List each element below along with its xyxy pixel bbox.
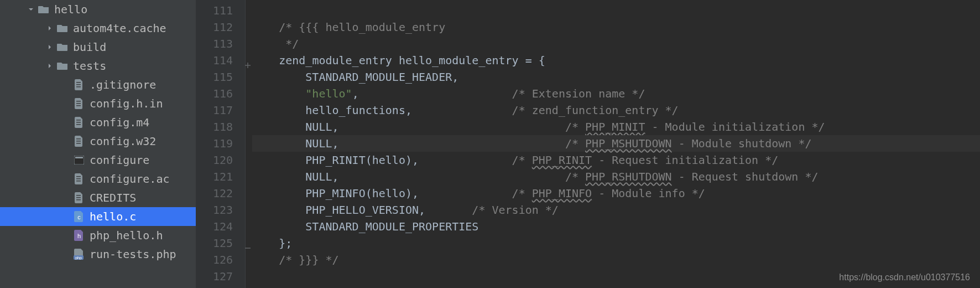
project-tree[interactable]: helloautom4te.cachebuildtests.gitignorec… — [0, 0, 196, 288]
code-token: /* — [512, 153, 532, 167]
tree-item--gitignore[interactable]: .gitignore — [0, 75, 196, 94]
tree-arrow-none — [62, 174, 71, 183]
code-line-114[interactable]: zend_module_entry hello_module_entry = { — [252, 52, 980, 69]
code-token — [252, 104, 305, 117]
chevron-right-icon[interactable] — [45, 61, 54, 70]
line-number: 114 — [196, 52, 233, 69]
code-token: STANDARD_MODULE_PROPERTIES — [305, 220, 478, 233]
tree-item-autom4te-cache[interactable]: autom4te.cache — [0, 19, 196, 38]
tree-item-configure-ac[interactable]: configure.ac — [0, 169, 196, 188]
code-token: - Request initialization */ — [592, 153, 778, 167]
code-token — [252, 203, 305, 217]
chevron-down-icon[interactable] — [27, 5, 35, 14]
tree-item-build[interactable]: build — [0, 38, 196, 56]
code-line-116[interactable]: "hello", /* Extension name */ — [252, 85, 980, 102]
line-number: 111 — [196, 2, 233, 19]
code-line-112[interactable]: /* {{{ hello_module_entry — [252, 19, 980, 35]
svg-rect-17 — [76, 195, 81, 196]
code-token: PHP_RSHUTDOWN — [585, 170, 672, 183]
tree-item-hello[interactable]: hello — [0, 0, 196, 19]
code-token: PHP_MINFO — [532, 187, 592, 200]
file-icon — [73, 192, 85, 204]
code-line-111[interactable] — [252, 2, 980, 19]
folder-icon — [56, 60, 69, 72]
tree-item-label: configure — [90, 153, 149, 167]
svg-text:c: c — [77, 214, 81, 220]
code-token — [252, 54, 279, 67]
line-number: 120 — [196, 152, 233, 168]
line-number: 122 — [196, 185, 233, 202]
code-token: PHP_RINIT(hello), — [305, 153, 512, 167]
code-line-113[interactable]: */ — [252, 35, 980, 52]
code-line-120[interactable]: PHP_RINIT(hello), /* PHP_RINIT - Request… — [252, 152, 980, 168]
code-token: PHP_MINFO(hello), — [305, 187, 512, 200]
code-line-121[interactable]: NULL, /* PHP_RSHUTDOWN - Request shutdow… — [252, 168, 980, 185]
code-line-118[interactable]: NULL, /* PHP_MINIT - Module initializati… — [252, 119, 980, 135]
hfile-icon: h — [73, 229, 85, 241]
tree-item-label: config.w32 — [90, 135, 156, 148]
svg-rect-3 — [76, 101, 81, 102]
tree-item-label: config.h.in — [90, 97, 163, 110]
code-token — [252, 137, 305, 150]
tree-item-configure[interactable]: configure — [0, 151, 196, 169]
code-line-124[interactable]: STANDARD_MODULE_PROPERTIES — [252, 218, 980, 235]
code-token: - Module info */ — [592, 187, 705, 200]
tree-item-config-h-in[interactable]: config.h.in — [0, 94, 196, 113]
code-token: PHP_MINIT — [585, 120, 645, 133]
tree-item-hello-c[interactable]: chello.c — [0, 207, 196, 226]
code-line-126[interactable]: /* }}} */ — [252, 251, 980, 268]
file-icon — [73, 79, 85, 91]
code-token: /* Version */ — [472, 203, 559, 217]
code-editor[interactable]: 1111121131141151161171181191201211221231… — [196, 0, 980, 288]
code-token: hello_functions, — [305, 104, 512, 117]
tree-item-label: hello — [54, 3, 87, 16]
code-token: }; — [279, 236, 292, 250]
code-area[interactable]: /* {{{ hello_module_entry */ zend_module… — [246, 0, 980, 288]
line-number: 116 — [196, 85, 233, 102]
line-number: 119 — [196, 135, 233, 152]
code-line-119[interactable]: NULL, /* PHP_MSHUTDOWN - Module shutdown… — [252, 135, 980, 152]
fold-open-icon[interactable] — [244, 56, 251, 63]
code-token: /* {{{ hello_module_entry — [279, 20, 445, 34]
code-token: PHP_HELLO_VERSION, — [305, 203, 472, 217]
fold-close-icon[interactable] — [244, 239, 251, 246]
svg-rect-16 — [76, 181, 81, 182]
code-token — [252, 170, 305, 183]
tree-item-credits[interactable]: CREDITS — [0, 188, 196, 207]
watermark-text: https://blog.csdn.net/u010377516 — [839, 272, 970, 282]
code-token: PHP_RINIT — [532, 153, 592, 167]
chevron-right-icon[interactable] — [45, 24, 54, 33]
code-token: /* — [565, 120, 585, 133]
code-token: NULL, — [305, 120, 565, 133]
folder-icon — [56, 22, 69, 34]
code-token: /* Extension name */ — [512, 87, 645, 100]
tree-item-label: configure.ac — [90, 172, 170, 186]
svg-rect-13 — [75, 157, 83, 158]
tree-item-php-hello-h[interactable]: hphp_hello.h — [0, 226, 196, 245]
tree-item-label: autom4te.cache — [73, 22, 166, 35]
exec-icon — [73, 154, 85, 166]
file-icon — [73, 173, 85, 185]
svg-rect-6 — [76, 120, 81, 121]
tree-item-config-m4[interactable]: config.m4 — [0, 113, 196, 132]
svg-rect-14 — [76, 176, 81, 177]
tree-item-label: run-tests.php — [90, 248, 176, 261]
code-token: - Module shutdown */ — [672, 137, 812, 150]
code-line-117[interactable]: hello_functions, /* zend_function_entry … — [252, 102, 980, 119]
tree-item-run-tests-php[interactable]: phprun-tests.php — [0, 245, 196, 264]
folder-icon — [38, 3, 50, 16]
tree-item-config-w32[interactable]: config.w32 — [0, 132, 196, 151]
code-token: - Request shutdown */ — [672, 170, 819, 183]
tree-arrow-none — [62, 137, 71, 146]
chevron-right-icon[interactable] — [45, 43, 54, 52]
code-line-125[interactable]: }; — [252, 235, 980, 251]
code-token — [252, 187, 305, 200]
code-line-123[interactable]: PHP_HELLO_VERSION, /* Version */ — [252, 202, 980, 218]
code-token: /* zend_function_entry */ — [512, 104, 679, 117]
code-line-122[interactable]: PHP_MINFO(hello), /* PHP_MINFO - Module … — [252, 185, 980, 202]
line-number: 112 — [196, 19, 233, 35]
tree-item-tests[interactable]: tests — [0, 56, 196, 75]
tree-item-label: php_hello.h — [90, 229, 163, 242]
code-token: PHP_MSHUTDOWN — [585, 137, 672, 150]
code-line-115[interactable]: STANDARD_MODULE_HEADER, — [252, 69, 980, 85]
